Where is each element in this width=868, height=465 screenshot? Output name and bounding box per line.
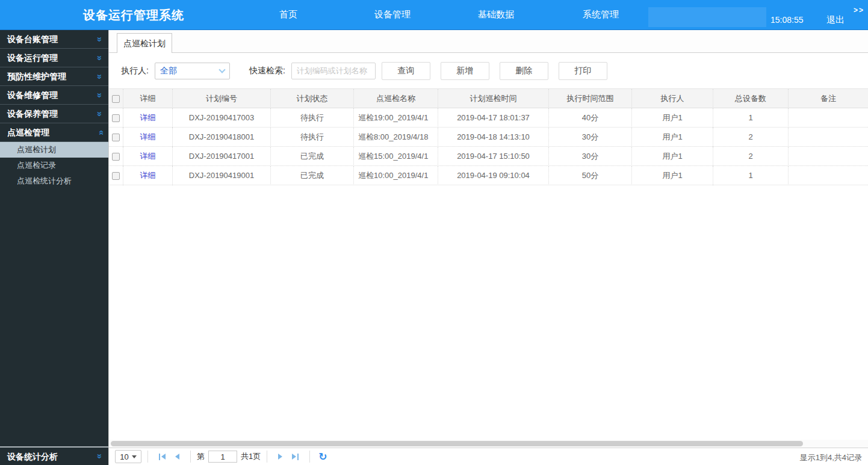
chevron-down-icon	[219, 66, 225, 73]
time-cell: 2019-04-19 09:10:04	[438, 166, 549, 185]
first-page-button[interactable]	[154, 454, 170, 460]
remark-cell	[789, 128, 868, 147]
main-content: 点巡检计划 执行人: 全部 快速检索: 查询 新增 删除 打印 详细 计划编号 …	[108, 30, 868, 465]
tabstrip: 点巡检计划	[109, 30, 868, 53]
column-header-status[interactable]: 计划状态	[271, 89, 354, 108]
executor-cell: 用户1	[632, 147, 713, 166]
horizontal-scrollbar[interactable]	[110, 440, 868, 448]
nav-item-home[interactable]: 首页	[279, 9, 297, 20]
inspection-submenu: 点巡检计划 点巡检记录 点巡检统计分析	[0, 142, 108, 189]
filter-bar: 执行人: 全部 快速检索: 查询 新增 删除 打印	[109, 53, 868, 89]
plan-no-cell: DXJ-20190417003	[173, 108, 271, 128]
next-page-button[interactable]	[273, 454, 287, 460]
tab-inspection-plan[interactable]: 点巡检计划	[117, 33, 172, 53]
table-row: 详细 DXJ-20190418001 待执行 巡检8:00_2019/4/18 …	[109, 128, 868, 147]
devices-cell: 1	[713, 108, 789, 128]
status-cell: 待执行	[271, 128, 354, 147]
chevron-double-down-icon: »	[95, 93, 104, 97]
last-page-icon	[297, 454, 299, 460]
range-cell: 30分	[549, 128, 632, 147]
sidebar-item-inspection[interactable]: 点巡检管理 »	[0, 123, 108, 142]
status-cell: 待执行	[271, 108, 354, 128]
sidebar-subitem-inspection-stats[interactable]: 点巡检统计分析	[0, 173, 108, 189]
executor-select[interactable]: 全部	[155, 63, 230, 79]
remark-cell	[789, 147, 868, 166]
prev-page-button[interactable]	[170, 454, 184, 460]
expand-arrows-icon[interactable]: >>	[854, 6, 864, 14]
executor-cell: 用户1	[632, 108, 713, 128]
name-cell: 巡检19:00_2019/4/1	[354, 108, 438, 128]
divider	[147, 451, 148, 463]
remark-cell	[789, 108, 868, 128]
plan-no-cell: DXJ-20190418001	[173, 128, 271, 147]
add-button[interactable]: 新增	[441, 62, 489, 80]
sidebar-subitem-inspection-record[interactable]: 点巡检记录	[0, 158, 108, 173]
detail-link[interactable]: 详细	[140, 152, 156, 161]
sidebar-item-preventive[interactable]: 预防性维护管理 »	[0, 67, 108, 86]
clock: 15:08:55	[770, 15, 804, 25]
column-header-name[interactable]: 点巡检名称	[354, 89, 438, 108]
table-header: 详细 计划编号 计划状态 点巡检名称 计划巡检时间 执行时间范围 执行人 总设备…	[109, 89, 868, 108]
inspection-plan-table: 详细 计划编号 计划状态 点巡检名称 计划巡检时间 执行时间范围 执行人 总设备…	[109, 89, 868, 185]
quick-search-input[interactable]	[291, 63, 376, 79]
row-checkbox[interactable]	[112, 134, 120, 141]
nav-item-equipment[interactable]: 设备管理	[374, 9, 411, 20]
executor-select-value: 全部	[160, 66, 220, 76]
page-size-select[interactable]: 10	[115, 450, 141, 463]
sidebar-item-maintenance[interactable]: 设备保养管理 »	[0, 105, 108, 123]
row-checkbox[interactable]	[112, 114, 120, 122]
plan-no-cell: DXJ-20190419001	[173, 166, 271, 185]
executor-cell: 用户1	[632, 166, 713, 185]
first-page-icon	[159, 454, 160, 460]
status-cell: 已完成	[271, 166, 354, 185]
refresh-icon[interactable]: ↻	[318, 451, 327, 463]
select-all-checkbox[interactable]	[112, 95, 120, 103]
print-button[interactable]: 打印	[559, 62, 607, 80]
row-checkbox[interactable]	[112, 153, 120, 161]
column-header-remark[interactable]: 备注	[789, 89, 868, 108]
sidebar-item-label: 设备运行管理	[7, 49, 58, 67]
sidebar: 设备台账管理 » 设备运行管理 » 预防性维护管理 » 设备维修管理 » 设备保…	[0, 30, 108, 465]
total-pages-label: 共1页	[241, 451, 261, 462]
topbar-highlight	[648, 7, 766, 27]
delete-button[interactable]: 删除	[500, 62, 548, 80]
chevron-double-down-icon: »	[95, 111, 104, 116]
next-page-icon	[278, 454, 282, 460]
logout-button[interactable]: 退出	[826, 14, 845, 26]
range-cell: 40分	[549, 108, 632, 128]
nav-item-system[interactable]: 系统管理	[583, 9, 619, 20]
devices-cell: 2	[713, 147, 789, 166]
nav-item-basedata[interactable]: 基础数据	[478, 9, 514, 20]
table-row: 详细 DXJ-20190417001 已完成 巡检15:00_2019/4/1 …	[109, 147, 868, 166]
sidebar-item-operation[interactable]: 设备运行管理 »	[0, 49, 108, 67]
column-header-range[interactable]: 执行时间范围	[549, 89, 632, 108]
page-number-input[interactable]	[208, 451, 237, 463]
remark-cell	[789, 166, 868, 185]
detail-link[interactable]: 详细	[140, 132, 156, 141]
column-header-detail[interactable]: 详细	[123, 89, 173, 108]
divider	[190, 451, 191, 463]
caret-down-icon	[132, 455, 137, 458]
query-button[interactable]: 查询	[382, 62, 430, 80]
sidebar-item-label: 设备统计分析	[7, 448, 58, 465]
column-header-plan-no[interactable]: 计划编号	[173, 89, 271, 108]
topbar: 设备运行管理系统 首页 设备管理 基础数据 系统管理 15:08:55 退出 >…	[0, 0, 868, 30]
detail-link[interactable]: 详细	[140, 171, 156, 180]
quick-search-label: 快速检索:	[249, 66, 285, 76]
page-prefix-label: 第	[197, 451, 205, 462]
table-row: 详细 DXJ-20190417003 待执行 巡检19:00_2019/4/1 …	[109, 108, 868, 128]
sidebar-item-ledger[interactable]: 设备台账管理 »	[0, 30, 108, 49]
name-cell: 巡检10:00_2019/4/1	[354, 166, 438, 185]
sidebar-spacer	[0, 189, 108, 446]
column-header-executor[interactable]: 执行人	[632, 89, 713, 108]
column-header-time[interactable]: 计划巡检时间	[438, 89, 549, 108]
row-checkbox[interactable]	[112, 172, 120, 180]
scrollbar-thumb[interactable]	[111, 441, 803, 446]
detail-link[interactable]: 详细	[140, 113, 156, 122]
sidebar-subitem-inspection-plan[interactable]: 点巡检计划	[0, 142, 108, 158]
column-header-devices[interactable]: 总设备数	[713, 89, 789, 108]
sidebar-item-device-stats[interactable]: 设备统计分析 »	[0, 446, 108, 465]
sidebar-item-repair[interactable]: 设备维修管理 »	[0, 86, 108, 105]
prev-page-icon	[175, 454, 179, 460]
last-page-button[interactable]	[287, 454, 303, 460]
